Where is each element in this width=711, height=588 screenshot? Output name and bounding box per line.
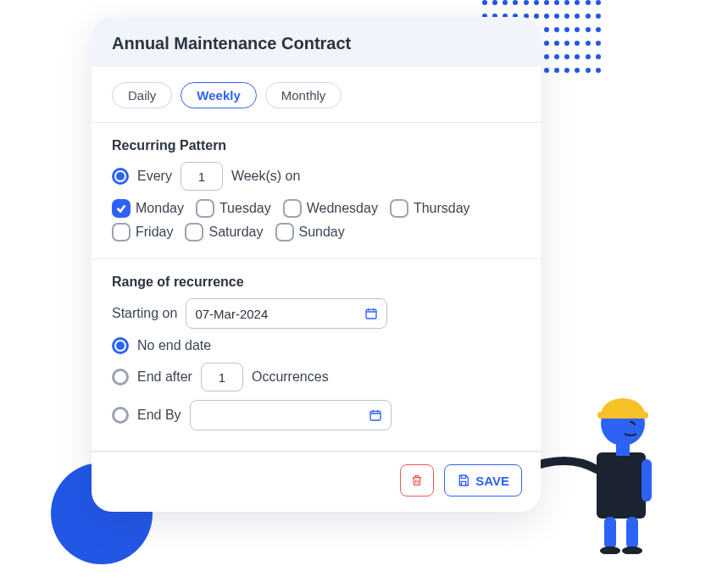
- save-button[interactable]: SAVE: [444, 464, 522, 496]
- recurring-pattern-heading: Recurring Pattern: [112, 138, 520, 153]
- day-saturday-label: Saturday: [208, 225, 263, 240]
- range-heading: Range of recurrence: [112, 275, 520, 290]
- day-friday-label: Friday: [136, 225, 173, 240]
- end-by-row: End By: [112, 400, 520, 430]
- end-after-input[interactable]: [201, 363, 243, 391]
- day-sunday-checkbox[interactable]: [275, 223, 294, 241]
- recurrence-dialog: Annual Maintenance Contract Daily Weekly…: [92, 17, 541, 512]
- calendar-icon: [369, 408, 382, 422]
- day-monday-checkbox[interactable]: [112, 199, 131, 218]
- weeks-on-label: Week(s) on: [231, 169, 301, 184]
- range-section: Range of recurrence Starting on No end d…: [92, 259, 541, 452]
- recurring-pattern-section: Recurring Pattern Every Week(s) on Monda…: [92, 123, 541, 259]
- delete-button[interactable]: [400, 464, 434, 496]
- day-wednesday-label: Wednesday: [307, 201, 378, 216]
- start-date-field[interactable]: [186, 298, 387, 329]
- calendar-icon: [364, 307, 378, 320]
- end-after-row: End after Occurrences: [112, 363, 520, 391]
- save-icon: [457, 474, 470, 487]
- no-end-date-label: No end date: [137, 338, 211, 353]
- end-after-radio[interactable]: [112, 369, 129, 386]
- days-row: Monday Tuesday Wednesday Thursday Friday…: [112, 199, 520, 247]
- day-wednesday-checkbox[interactable]: [283, 199, 302, 218]
- day-sunday-label: Sunday: [299, 225, 345, 240]
- every-weeks-input[interactable]: [181, 162, 223, 191]
- start-date-input[interactable]: [195, 307, 356, 321]
- day-tuesday-checkbox[interactable]: [196, 199, 214, 218]
- occurrences-label: Occurrences: [252, 369, 329, 385]
- frequency-tabs: Daily Weekly Monthly: [112, 82, 520, 108]
- svg-rect-7: [604, 517, 616, 549]
- tab-monthly[interactable]: Monthly: [265, 82, 342, 108]
- tab-weekly[interactable]: Weekly: [181, 82, 256, 108]
- starting-on-label: Starting on: [112, 306, 177, 321]
- dialog-title: Annual Maintenance Contract: [112, 34, 520, 53]
- svg-rect-1: [370, 411, 380, 420]
- end-by-radio[interactable]: [112, 407, 129, 424]
- tab-daily[interactable]: Daily: [112, 82, 172, 108]
- svg-rect-8: [626, 517, 638, 549]
- svg-rect-2: [597, 452, 646, 519]
- svg-rect-5: [597, 412, 648, 419]
- dialog-footer: SAVE: [92, 452, 541, 512]
- no-end-date-radio[interactable]: [112, 337, 129, 354]
- svg-rect-6: [642, 459, 652, 502]
- every-row: Every Week(s) on: [112, 162, 520, 191]
- svg-rect-0: [366, 309, 376, 319]
- every-label: Every: [137, 169, 172, 184]
- frequency-tabs-section: Daily Weekly Monthly: [92, 67, 541, 123]
- every-radio[interactable]: [112, 168, 129, 185]
- dialog-header: Annual Maintenance Contract: [92, 17, 541, 67]
- end-by-label: End By: [137, 408, 181, 423]
- no-end-date-row: No end date: [112, 337, 520, 354]
- day-monday-label: Monday: [136, 201, 184, 216]
- end-after-label: End after: [137, 369, 192, 385]
- svg-point-10: [622, 546, 642, 554]
- save-button-label: SAVE: [475, 474, 509, 488]
- starting-on-row: Starting on: [112, 298, 520, 329]
- day-tuesday-label: Tuesday: [219, 201, 271, 216]
- day-thursday-checkbox[interactable]: [390, 199, 408, 218]
- trash-icon: [410, 474, 424, 487]
- end-by-date-input[interactable]: [199, 408, 360, 423]
- day-thursday-label: Thursday: [414, 201, 470, 216]
- day-saturday-checkbox[interactable]: [185, 223, 203, 241]
- svg-point-9: [600, 546, 620, 554]
- day-friday-checkbox[interactable]: [112, 223, 131, 241]
- end-by-date-field[interactable]: [190, 400, 392, 430]
